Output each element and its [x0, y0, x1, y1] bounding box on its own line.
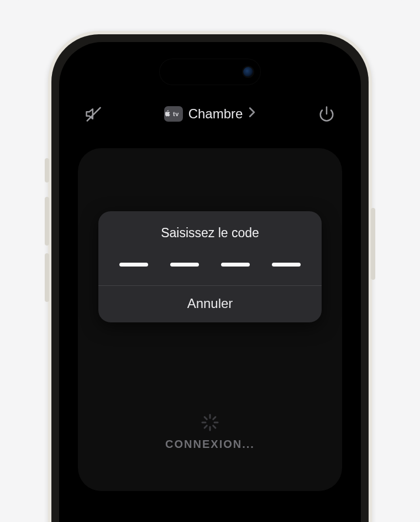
- phone-bezel: tv Chambre: [59, 42, 361, 522]
- remote-top-bar: tv Chambre: [65, 102, 355, 126]
- ringer-switch: [45, 158, 49, 182]
- dynamic-island: [159, 59, 261, 85]
- passcode-input[interactable]: [98, 250, 322, 285]
- appletv-badge-icon: tv: [164, 106, 183, 122]
- svg-line-0: [87, 108, 101, 121]
- passcode-digit-3: [221, 263, 250, 267]
- volume-up-button: [45, 197, 49, 246]
- mute-button[interactable]: [81, 102, 106, 126]
- svg-line-4: [213, 417, 216, 419]
- volume-down-button: [45, 253, 49, 302]
- front-camera: [243, 67, 253, 77]
- iphone-frame: tv Chambre: [48, 31, 372, 522]
- phone-inner-bezel: tv Chambre: [51, 34, 369, 522]
- passcode-digit-1: [119, 263, 148, 267]
- passcode-digit-2: [170, 263, 199, 267]
- image-canvas: tv Chambre: [0, 0, 420, 522]
- power-button[interactable]: [314, 102, 339, 126]
- passcode-dialog-title: Saisissez le code: [98, 211, 322, 250]
- loading-spinner-icon: [200, 413, 220, 435]
- mute-icon: [85, 106, 102, 122]
- side-button: [371, 208, 375, 280]
- cancel-button[interactable]: Annuler: [98, 286, 322, 322]
- connection-status: CONNEXION...: [78, 438, 342, 451]
- svg-text:tv: tv: [173, 111, 179, 117]
- power-icon: [318, 106, 335, 122]
- chevron-right-icon: [248, 107, 256, 121]
- svg-line-6: [213, 426, 216, 428]
- phone-screen: tv Chambre: [65, 48, 355, 522]
- device-switcher[interactable]: tv Chambre: [164, 106, 256, 122]
- svg-line-10: [204, 417, 207, 419]
- device-name: Chambre: [188, 106, 243, 122]
- passcode-dialog: Saisissez le code Annuler: [98, 211, 322, 322]
- passcode-digit-4: [272, 263, 301, 267]
- svg-line-8: [204, 426, 207, 428]
